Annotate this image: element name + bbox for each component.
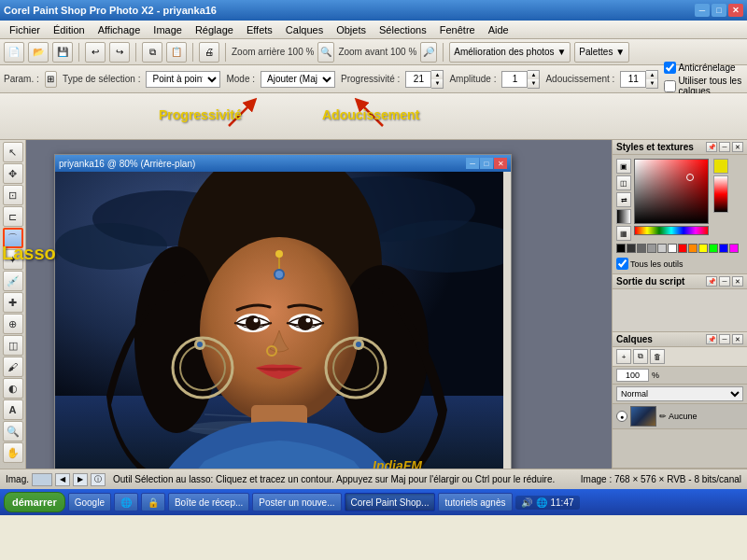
progressivite-input[interactable]: [405, 71, 431, 88]
image-close-button[interactable]: ✕: [494, 158, 507, 169]
opacity-input[interactable]: [616, 369, 649, 382]
color-fg-tool[interactable]: ▣: [616, 159, 631, 174]
progressivite-down[interactable]: ▼: [431, 79, 443, 88]
progressivite-up[interactable]: ▲: [431, 71, 443, 79]
copy-button[interactable]: ⧉: [142, 42, 162, 63]
amplitude-up[interactable]: ▲: [528, 71, 539, 79]
image-minimize-button[interactable]: ─: [466, 158, 479, 169]
styles-min-button[interactable]: ─: [719, 142, 730, 152]
color-swap-tool[interactable]: ⇄: [616, 192, 631, 207]
swatch-orange[interactable]: [688, 244, 698, 253]
styles-pin-button[interactable]: 📌: [706, 142, 717, 152]
new-layer-button[interactable]: +: [616, 349, 631, 364]
anticrenelag-checkbox[interactable]: [664, 62, 676, 74]
color-pattern-tool[interactable]: ▦: [616, 226, 631, 241]
script-pin-button[interactable]: 📌: [706, 276, 717, 287]
minimize-button[interactable]: ─: [695, 4, 710, 17]
menu-aide[interactable]: Aide: [483, 23, 514, 36]
swatch-white[interactable]: [668, 244, 677, 253]
taskbar-browser-icon[interactable]: 🌐: [114, 493, 138, 511]
tray-icon-1[interactable]: 🔊: [521, 497, 532, 508]
new-button[interactable]: 📄: [4, 42, 24, 63]
tous-calques-checkbox[interactable]: [664, 80, 676, 92]
selection-type-dropdown[interactable]: Point à point: [146, 71, 220, 88]
tool-heal[interactable]: ✚: [3, 292, 23, 313]
delete-layer-button[interactable]: 🗑: [650, 349, 665, 364]
menu-reglage[interactable]: Réglage: [190, 23, 239, 36]
tool-dodge[interactable]: ◐: [3, 378, 23, 399]
adoucissement-down[interactable]: ▼: [646, 79, 657, 88]
swatch-lgray[interactable]: [647, 244, 656, 253]
print-button[interactable]: 🖨: [199, 42, 219, 63]
swatch-magenta[interactable]: [729, 244, 739, 253]
tools-all-checkbox[interactable]: [616, 258, 628, 270]
layers-min-button[interactable]: ─: [719, 334, 730, 344]
canvas-area[interactable]: priyanka16 @ 80% (Arrière-plan) ─ □ ✕: [26, 140, 612, 469]
status-nav-prev[interactable]: ◀: [55, 473, 70, 486]
yellow-swatch[interactable]: [713, 159, 728, 174]
close-button[interactable]: ✕: [728, 4, 743, 17]
tool-text[interactable]: A: [3, 399, 23, 420]
taskbar-google[interactable]: Google: [68, 493, 111, 511]
swatch-blue[interactable]: [719, 244, 728, 253]
tool-select[interactable]: ↖: [3, 142, 23, 162]
script-min-button[interactable]: ─: [719, 276, 730, 287]
status-nav-next[interactable]: ▶: [73, 473, 88, 486]
status-info-btn[interactable]: ⓘ: [91, 473, 106, 486]
layers-pin-button[interactable]: 📌: [706, 334, 717, 344]
swatch-gray[interactable]: [637, 244, 646, 253]
layer-item-bg[interactable]: ● ✏ Aucune: [613, 404, 747, 429]
layer-visibility-icon[interactable]: ●: [616, 411, 627, 422]
vertical-color-bar[interactable]: [713, 175, 728, 213]
open-button[interactable]: 📂: [28, 42, 49, 63]
taskbar-inbox[interactable]: Boîte de récep...: [168, 493, 249, 511]
color-gradient-tool[interactable]: [616, 209, 631, 224]
menu-fichier[interactable]: Fichier: [4, 23, 46, 36]
tools-all-checkbox-label[interactable]: Tous les outils: [616, 258, 743, 270]
tray-icon-2[interactable]: 🌐: [536, 497, 547, 508]
menu-fenetre[interactable]: Fenêtre: [434, 23, 481, 36]
duplicate-layer-button[interactable]: ⧉: [633, 349, 648, 364]
swatch-yellow[interactable]: [698, 244, 708, 253]
menu-edition[interactable]: Édition: [48, 23, 91, 36]
tool-deform[interactable]: ⊡: [3, 185, 23, 205]
tool-eraser[interactable]: ◫: [3, 335, 23, 356]
blend-mode-dropdown[interactable]: Normal: [616, 386, 743, 401]
tool-hand[interactable]: ✋: [3, 442, 23, 463]
layers-close-button[interactable]: ✕: [732, 334, 743, 344]
zoom-back-button[interactable]: 🔍: [317, 42, 334, 63]
tool-move[interactable]: ✥: [3, 163, 23, 184]
swatch-black[interactable]: [616, 244, 626, 253]
swatch-red[interactable]: [678, 244, 687, 253]
anticrenelag-label[interactable]: Anticrénelage: [664, 62, 743, 74]
enhance-button[interactable]: Amélioration des photos ▼: [449, 42, 571, 63]
undo-button[interactable]: ↩: [85, 42, 106, 63]
amplitude-input[interactable]: [501, 71, 528, 88]
sel-icon[interactable]: ⊞: [45, 71, 57, 88]
taskbar-post[interactable]: Poster un nouve...: [252, 493, 341, 511]
script-close-button[interactable]: ✕: [732, 276, 743, 287]
styles-close-button[interactable]: ✕: [732, 142, 743, 152]
taskbar-tutoriels[interactable]: tutoriels agnès: [438, 493, 512, 511]
palettes-button[interactable]: Palettes ▼: [574, 42, 629, 63]
tool-crop[interactable]: ⊏: [3, 206, 23, 227]
menu-objets[interactable]: Objets: [331, 23, 372, 36]
adoucissement-input[interactable]: [620, 71, 646, 88]
mode-dropdown[interactable]: Ajouter (Maj): [261, 71, 335, 88]
swatch-dark[interactable]: [627, 244, 636, 253]
tool-zoom[interactable]: 🔍: [3, 421, 23, 441]
color-bg-tool[interactable]: ◫: [616, 175, 631, 190]
swatch-llgray[interactable]: [657, 244, 667, 253]
paste-button[interactable]: 📋: [166, 42, 187, 63]
taskbar-lock-icon[interactable]: 🔒: [141, 493, 165, 511]
swatch-green[interactable]: [709, 244, 718, 253]
image-window-title[interactable]: priyanka16 @ 80% (Arrière-plan) ─ □ ✕: [55, 155, 511, 172]
save-button[interactable]: 💾: [52, 42, 73, 63]
zoom-fwd-button[interactable]: 🔎: [420, 42, 437, 63]
image-maximize-button[interactable]: □: [480, 158, 493, 169]
menu-affichage[interactable]: Affichage: [92, 23, 147, 36]
redo-button[interactable]: ↪: [109, 42, 130, 63]
taskbar-corel[interactable]: Corel Paint Shop...: [345, 493, 436, 511]
menu-image[interactable]: Image: [148, 23, 188, 36]
tool-eyedropper[interactable]: 💉: [3, 271, 23, 291]
